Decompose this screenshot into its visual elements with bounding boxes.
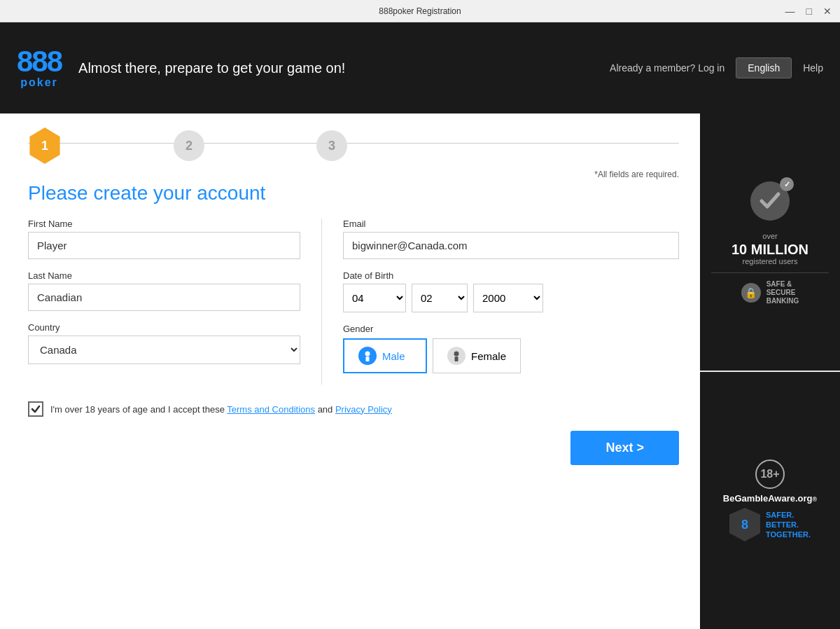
form-columns: First Name Last Name Country Canada Unit… [28,219,679,385]
step-1: 1 [28,127,62,164]
sidebar-ads: ✓ over 10 MILLION registered users 🔒 SAF… [700,113,840,629]
logo-888: 888 [17,47,62,76]
terms-row: I'm over 18 years of age and I accept th… [28,401,679,417]
gender-male-button[interactable]: Male [343,338,427,373]
ad-gambleware-text: BeGambleAware.org® [723,493,817,504]
lock-icon: 🔒 [741,283,761,303]
minimize-button[interactable]: — [785,6,795,16]
email-group: Email [343,219,679,259]
form-col-right: Email Date of Birth 04 010203 050607 080… [322,219,679,385]
header: 888 poker Almost there, prepare to get y… [0,22,840,113]
gender-group: Gender Male [343,324,679,373]
female-icon [447,347,465,365]
gender-female-label: Female [471,350,506,362]
gender-label: Gender [343,324,679,334]
window-title: 888poker Registration [379,6,461,16]
ad-million-text: 10 MILLION [732,242,808,257]
svg-rect-3 [455,357,458,361]
gender-male-label: Male [382,350,405,362]
dob-month-select[interactable]: 04 010203 050607 080910 1112 [343,284,406,312]
language-button[interactable]: English [736,57,792,78]
window-controls: — □ ✕ [785,6,832,16]
country-group: Country Canada United States United King… [28,322,300,364]
window-chrome: 888poker Registration — □ ✕ [0,0,840,22]
logo-poker: poker [20,76,58,89]
last-name-group: Last Name [28,270,300,311]
male-icon [358,347,377,365]
already-member-text: Already a member? Log in [610,62,724,74]
required-note: *All fields are required. [28,170,679,179]
ad-safe-text: SAFE & SECURE BANKING [766,280,799,305]
form-col-left: First Name Last Name Country Canada Unit… [28,219,322,385]
main-content: 1 2 3 *All fields are required. Please c… [0,113,840,629]
privacy-link[interactable]: Privacy Policy [335,404,392,415]
last-name-label: Last Name [28,270,300,281]
last-name-input[interactable] [28,284,300,311]
country-label: Country [28,322,300,333]
form-area: 1 2 3 *All fields are required. Please c… [0,113,700,629]
header-right: Already a member? Log in English Help [610,57,823,78]
ad-banking-row: 🔒 SAFE & SECURE BANKING [711,272,829,305]
maximize-button[interactable]: □ [806,6,812,16]
terms-text: I'm over 18 years of age and I accept th… [50,404,392,415]
email-label: Email [343,219,679,229]
next-row: Next > [28,431,679,465]
header-tagline: Almost there, prepare to get your game o… [78,60,610,76]
gender-female-button[interactable]: Female [433,338,521,373]
terms-link[interactable]: Terms and Conditions [227,404,315,415]
ad-registered-text: registered users [743,257,798,265]
ad-card-gamble: 18+ BeGambleAware.org® 8 SAFER. BETTER. … [700,372,840,629]
steps-row: 1 2 3 [28,127,679,164]
ad-safer-text: SAFER. BETTER. TOGETHER. [766,510,811,540]
dob-label: Date of Birth [343,270,679,281]
step-2: 2 [174,130,204,161]
ad-over-text: over [762,232,777,240]
next-button[interactable]: Next > [570,431,679,465]
ad-18-badge: 18+ [755,459,785,489]
gender-row: Male Female [343,338,679,373]
country-select[interactable]: Canada United States United Kingdom [28,336,300,364]
dob-year-select[interactable]: 2000 199919982001 [473,284,543,312]
dob-row: 04 010203 050607 080910 1112 02 010304 2… [343,284,679,312]
ad-card-million: ✓ over 10 MILLION registered users 🔒 SAF… [700,113,840,372]
form-title: Please create your account [28,182,679,205]
dob-day-select[interactable]: 02 010304 [412,284,468,312]
svg-rect-1 [366,357,370,361]
first-name-label: First Name [28,219,300,229]
close-button[interactable]: ✕ [823,6,832,16]
help-button[interactable]: Help [803,62,823,74]
ad-shield-row: 8 SAFER. BETTER. TOGETHER. [729,508,811,541]
first-name-group: First Name [28,219,300,259]
email-input[interactable] [343,232,679,259]
svg-point-2 [454,352,459,357]
first-name-input[interactable] [28,232,300,259]
terms-checkbox[interactable] [28,401,43,417]
svg-point-0 [365,352,370,357]
dob-group: Date of Birth 04 010203 050607 080910 11… [343,270,679,312]
ad-shield-num: 8 [729,508,760,541]
log-in-link[interactable]: Log in [698,62,724,74]
logo-area: 888 poker [17,47,62,89]
step-3: 3 [316,130,347,161]
